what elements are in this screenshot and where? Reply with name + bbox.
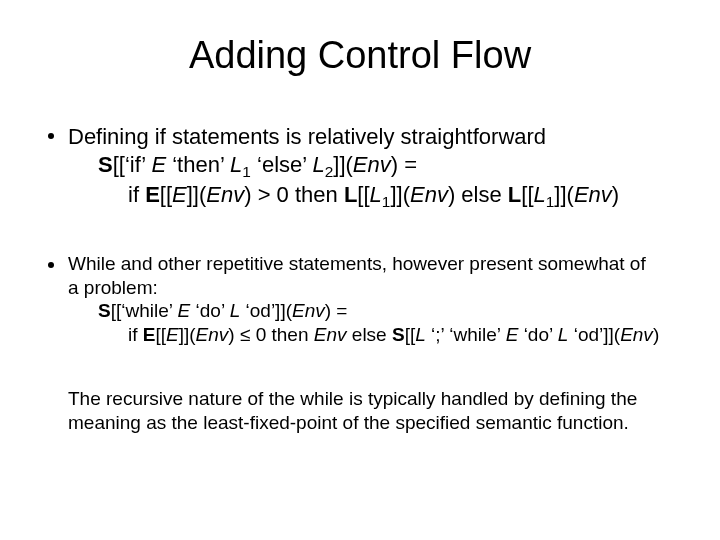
sym-L: L <box>415 324 426 345</box>
slide-title: Adding Control Flow <box>48 34 672 77</box>
txt: [[ <box>155 324 166 345</box>
txt: ]]( <box>333 152 353 177</box>
while-def-line: S[[‘while’ E ‘do’ L ‘od’]](Env) = <box>68 299 659 323</box>
while-lead2: a problem: <box>68 277 158 298</box>
sym-L: L <box>370 182 382 207</box>
sym-E: E <box>178 300 191 321</box>
sym-L: L <box>230 152 242 177</box>
bullet-if-content: Defining if statements is relatively str… <box>68 123 619 212</box>
if-body-line: if E[[E]](Env) > 0 then L[[L1]](Env) els… <box>68 181 619 212</box>
sym-Env: Env <box>574 182 612 207</box>
txt: if <box>128 182 145 207</box>
txt: if <box>128 324 143 345</box>
txt: ‘else’ <box>251 152 313 177</box>
txt: ) <box>653 324 659 345</box>
trailer-line1: The recursive nature of the while is typ… <box>68 388 637 409</box>
slide: Adding Control Flow Defining if statemen… <box>0 0 720 434</box>
txt: ) else <box>448 182 508 207</box>
bullet-while-content: While and other repetitive statements, h… <box>68 252 659 347</box>
txt: ‘do’ <box>518 324 557 345</box>
txt: [[‘while’ <box>111 300 178 321</box>
if-def-line: S[[‘if’ E ‘then’ L1 ‘else’ L2]](Env) = <box>68 151 619 182</box>
txt: ]]( <box>187 182 207 207</box>
trailer-paragraph: The recursive nature of the while is typ… <box>68 387 672 435</box>
txt: ‘;’ ‘while’ <box>426 324 506 345</box>
sym-E: E <box>143 324 156 345</box>
txt: ]]( <box>179 324 196 345</box>
txt: [[ <box>405 324 416 345</box>
trailer-line2: meaning as the least-fixed-point of the … <box>68 412 629 433</box>
txt: ) <box>612 182 619 207</box>
bullet-if: Defining if statements is relatively str… <box>48 123 672 212</box>
sym-Env: Env <box>353 152 391 177</box>
txt: ) > 0 then <box>244 182 344 207</box>
txt: ]]( <box>554 182 574 207</box>
sym-Env: Env <box>620 324 653 345</box>
sym-E: E <box>172 182 187 207</box>
sym-E: E <box>166 324 179 345</box>
txt: ‘do’ <box>190 300 229 321</box>
sym-L: L <box>312 152 324 177</box>
txt: [[ <box>521 182 533 207</box>
txt: ) = <box>391 152 417 177</box>
sym-L: L <box>534 182 546 207</box>
txt: ‘od’]]( <box>568 324 620 345</box>
sym-Env: Env <box>410 182 448 207</box>
sym-Env: Env <box>206 182 244 207</box>
sym-Env: Env <box>292 300 325 321</box>
sym-E: E <box>145 182 160 207</box>
sym-L: L <box>230 300 241 321</box>
txt: ) ≤ 0 then <box>228 324 313 345</box>
sym-S: S <box>392 324 405 345</box>
while-lead1: While and other repetitive statements, h… <box>68 253 646 274</box>
sub: 2 <box>325 163 334 180</box>
sym-E: E <box>506 324 519 345</box>
sym-L: L <box>344 182 357 207</box>
txt: else <box>347 324 392 345</box>
bullet-dot-icon <box>48 133 54 139</box>
txt: ‘od’]]( <box>240 300 292 321</box>
txt: ‘then’ <box>166 152 230 177</box>
sym-Env: Env <box>314 324 347 345</box>
if-lead: Defining if statements is relatively str… <box>68 124 546 149</box>
sym-S: S <box>98 152 113 177</box>
txt: ) = <box>325 300 348 321</box>
sym-Env: Env <box>196 324 229 345</box>
sym-L: L <box>558 324 569 345</box>
bullet-while: While and other repetitive statements, h… <box>48 252 672 347</box>
bullet-dot-icon <box>48 262 54 268</box>
sub: 1 <box>242 163 251 180</box>
sym-L: L <box>508 182 521 207</box>
while-body-line: if E[[E]](Env) ≤ 0 then Env else S[[L ‘;… <box>68 323 659 347</box>
txt: [[ <box>357 182 369 207</box>
txt: [[ <box>160 182 172 207</box>
txt: [[‘if’ <box>113 152 152 177</box>
sym-S: S <box>98 300 111 321</box>
txt: ]]( <box>390 182 410 207</box>
sym-E: E <box>151 152 166 177</box>
